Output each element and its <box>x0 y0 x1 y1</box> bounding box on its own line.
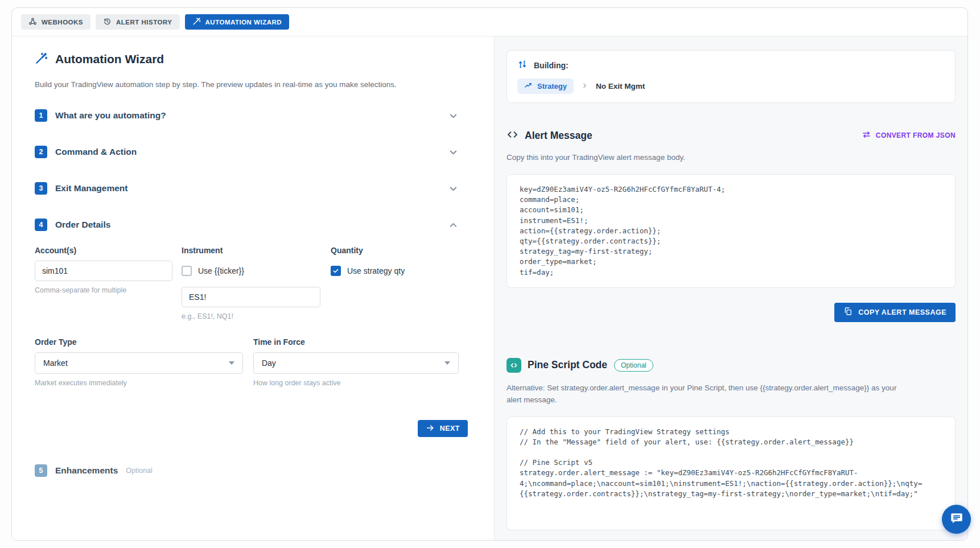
chevron-down-icon[interactable] <box>448 110 459 121</box>
time-in-force-helper: How long order stays active <box>253 379 459 387</box>
checkbox-checked[interactable] <box>331 266 341 276</box>
swap-vertical-icon <box>517 59 528 71</box>
next-button[interactable]: NEXT <box>418 420 468 437</box>
breadcrumb: Strategy No Exit Mgmt <box>517 79 945 94</box>
pine-script-code[interactable]: // Add this to your TradingView Strategy… <box>520 427 942 520</box>
instrument-label: Instrument <box>182 246 320 255</box>
optional-badge: Optional <box>614 359 653 372</box>
step-3-header[interactable]: 3 Exit Management <box>35 181 459 196</box>
tab-webhooks[interactable]: WEBHOOKS <box>21 14 90 30</box>
step-title: What are you automating? <box>55 110 166 121</box>
tab-automation-wizard[interactable]: AUTOMATION WIZARD <box>185 14 290 30</box>
pine-script-code-block: // Add this to your TradingView Strategy… <box>507 417 956 530</box>
step-title: Command & Action <box>55 147 137 157</box>
copy-icon <box>843 307 853 318</box>
convert-from-json-button[interactable]: CONVERT FROM JSON <box>862 130 956 141</box>
step-number-badge: 4 <box>35 219 47 231</box>
page-title: Automation Wizard <box>55 52 164 66</box>
chevron-down-icon[interactable] <box>448 183 459 194</box>
tab-label: ALERT HISTORY <box>116 19 172 26</box>
order-details-form: Account(s) Comma-separate for multiple I… <box>35 246 459 437</box>
building-label: Building: <box>534 61 569 70</box>
step-5-header[interactable]: 5 Enhancements Optional <box>35 463 459 478</box>
time-in-force-label: Time in Force <box>253 337 459 347</box>
preview-panel: Building: Strategy No Exit Mgmt <box>495 36 967 540</box>
tab-alert-history[interactable]: ALERT HISTORY <box>96 14 180 30</box>
copy-alert-message-button[interactable]: COPY ALERT MESSAGE <box>834 303 956 322</box>
app-window: WEBHOOKS ALERT HISTORY AUTOMATION WIZARD <box>11 7 968 541</box>
checkbox-label: Use strategy qty <box>347 266 405 275</box>
section-title: Alert Message <box>525 130 592 142</box>
order-type-label: Order Type <box>35 337 243 347</box>
order-type-helper: Market executes immediately <box>35 379 243 387</box>
tab-label: AUTOMATION WIZARD <box>205 19 282 26</box>
convert-arrows-icon <box>862 130 871 141</box>
instrument-input[interactable] <box>182 287 320 307</box>
pine-script-icon <box>507 358 521 373</box>
step-number-badge: 3 <box>35 182 47 195</box>
page-subtitle: Build your TradingView automation step b… <box>35 80 471 89</box>
chip-label: Strategy <box>537 82 567 90</box>
use-ticker-checkbox-row[interactable]: Use {{ticker}} <box>182 261 320 281</box>
alert-message-code-block: key=dZ90Ez3amiV4Y-oz5-R2G6h2HFcCfGYfmcF8… <box>507 174 956 288</box>
checkbox-unchecked[interactable] <box>182 266 192 276</box>
alert-message-header: Alert Message CONVERT FROM JSON <box>507 128 956 143</box>
building-card: Building: Strategy No Exit Mgmt <box>507 50 956 103</box>
pine-script-subtitle: Alternative: Set strategy.order.alert_me… <box>507 382 905 406</box>
arrow-right-icon <box>426 423 435 434</box>
use-strategy-qty-checkbox-row[interactable]: Use strategy qty <box>331 261 405 281</box>
trending-up-icon <box>524 81 533 92</box>
next-label: NEXT <box>440 425 460 432</box>
alert-message-code[interactable]: key=dZ90Ez3amiV4Y-oz5-R2G6h2HFcCfGYfmcF8… <box>520 184 942 278</box>
dropdown-arrow-icon <box>229 361 234 365</box>
tab-label: WEBHOOKS <box>42 19 83 26</box>
accounts-label: Account(s) <box>35 246 172 255</box>
history-icon <box>103 17 112 27</box>
accounts-input[interactable] <box>35 261 172 281</box>
dropdown-arrow-icon <box>444 361 450 365</box>
step-number-badge: 2 <box>35 146 47 158</box>
wand-icon <box>192 17 201 27</box>
breadcrumb-item: No Exit Mgmt <box>596 82 645 90</box>
step-1-header[interactable]: 1 What are you automating? <box>35 108 459 123</box>
accounts-helper: Comma-separate for multiple <box>35 286 172 294</box>
step-title: Enhancements <box>55 465 118 476</box>
step-4-header[interactable]: 4 Order Details <box>35 217 459 232</box>
step-2-header[interactable]: 2 Command & Action <box>35 145 459 159</box>
step-title: Exit Management <box>55 183 127 193</box>
wizard-panel: Automation Wizard Build your TradingView… <box>12 36 495 540</box>
time-in-force-select[interactable]: Day <box>253 352 459 374</box>
pine-script-header: Pine Script Code Optional <box>507 357 956 373</box>
webhook-icon <box>28 17 37 27</box>
wizard-steps: 1 What are you automating? 2 Command & A… <box>35 108 459 478</box>
code-brackets-icon <box>507 129 518 143</box>
quantity-label: Quantity <box>331 246 405 255</box>
step-number-badge: 1 <box>35 109 47 122</box>
wand-icon <box>35 52 48 67</box>
step-number-badge: 5 <box>35 464 47 477</box>
alert-message-subtitle: Copy this into your TradingView alert me… <box>507 152 905 164</box>
action-label: CONVERT FROM JSON <box>876 131 956 139</box>
order-type-select[interactable]: Market <box>35 352 243 374</box>
chevron-down-icon[interactable] <box>448 147 459 158</box>
strategy-chip[interactable]: Strategy <box>517 79 574 94</box>
time-in-force-value: Day <box>262 359 276 368</box>
chevron-right-icon <box>581 82 588 91</box>
checkbox-label: Use {{ticker}} <box>198 266 244 275</box>
top-tab-bar: WEBHOOKS ALERT HISTORY AUTOMATION WIZARD <box>12 8 967 36</box>
step-title: Order Details <box>55 220 110 230</box>
instrument-helper: e.g., ES1!, NQ1! <box>182 312 320 320</box>
chevron-up-icon[interactable] <box>448 220 459 230</box>
chat-button[interactable] <box>942 505 971 534</box>
chat-bubble-icon <box>949 511 964 528</box>
optional-label: Optional <box>126 467 153 475</box>
section-title: Pine Script Code <box>528 359 607 371</box>
order-type-value: Market <box>43 359 68 368</box>
copy-label: COPY ALERT MESSAGE <box>858 308 946 316</box>
